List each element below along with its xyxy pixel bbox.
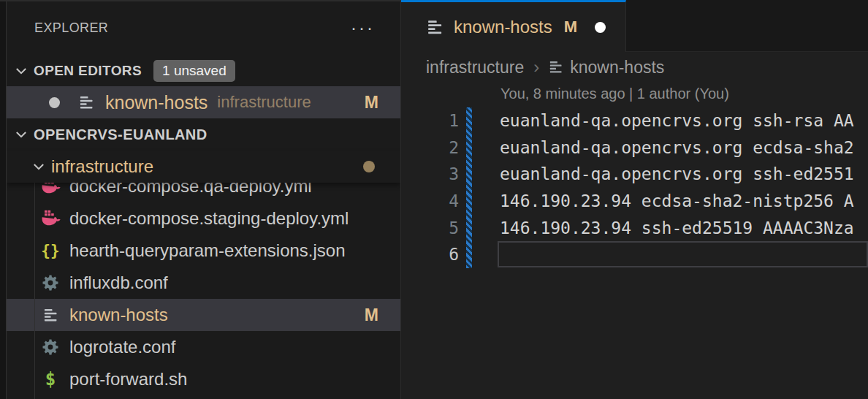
- unsaved-dot-icon[interactable]: [595, 22, 606, 33]
- line-text[interactable]: euanland-qa.opencrvs.org ssh-ed2551: [459, 164, 854, 183]
- file-name: docker-compose.staging-deploy.yml: [69, 208, 349, 229]
- shell-icon: $: [40, 369, 61, 390]
- line-text[interactable]: 146.190.23.94 ssh-ed25519 AAAAC3Nza: [459, 218, 854, 238]
- docker-icon: [40, 208, 61, 229]
- editor-group: known-hosts M infrastructure › known-hos…: [401, 0, 868, 399]
- code-line[interactable]: 1 euanland-qa.opencrvs.org ssh-rsa AA: [401, 107, 868, 134]
- folder-row-infrastructure[interactable]: infrastructure: [7, 151, 400, 183]
- folder-name: infrastructure: [51, 156, 153, 177]
- file-row-influxdb-conf[interactable]: influxdb.conf: [7, 267, 400, 299]
- line-number[interactable]: 1: [401, 111, 459, 130]
- open-editors-section-header[interactable]: OPEN EDITORS 1 unsaved: [7, 56, 400, 86]
- breadcrumb: infrastructure › known-hosts: [401, 52, 664, 83]
- code-line-current[interactable]: 6: [401, 241, 868, 268]
- file-name: influxdb.conf: [69, 273, 168, 293]
- chevron-down-icon: [13, 126, 29, 142]
- file-name: known-hosts: [69, 305, 168, 325]
- open-editor-file-name: known-hosts: [105, 92, 208, 113]
- explorer-title: EXPLORER: [34, 20, 108, 36]
- breadcrumb-folder[interactable]: infrastructure: [426, 58, 524, 77]
- workspace-label: OPENCRVS-EUANLAND: [34, 126, 208, 143]
- chevron-down-icon: [13, 63, 29, 79]
- tab-title: known-hosts: [454, 17, 552, 37]
- code-line[interactable]: 3 euanland-qa.opencrvs.org ssh-ed2551: [401, 161, 868, 188]
- window-left-edge: [0, 0, 7, 399]
- unsaved-count-badge: 1 unsaved: [153, 60, 235, 82]
- git-blame-codelens[interactable]: You, 8 minutes ago | 1 author (You): [500, 86, 729, 102]
- line-number[interactable]: 5: [401, 218, 459, 238]
- breadcrumb-separator-icon: ›: [533, 57, 539, 77]
- text-file-icon: [76, 92, 96, 113]
- code-line[interactable]: 4 146.190.23.94 ecdsa-sha2-nistp256 A: [401, 188, 868, 215]
- file-row-docker-compose-staging-deploy[interactable]: docker-compose.staging-deploy.yml: [7, 202, 400, 235]
- file-row-logrotate-conf[interactable]: logrotate.conf: [7, 331, 400, 363]
- window-top-border: [0, 0, 400, 1]
- line-number[interactable]: 6: [401, 245, 459, 264]
- git-modified-badge: M: [365, 93, 378, 113]
- text-file-icon: [425, 17, 445, 37]
- vscode-window: EXPLORER ··· OPEN EDITORS 1 unsaved know…: [0, 0, 868, 399]
- tab-bar: known-hosts M: [401, 0, 868, 52]
- file-row-hearth-queryparam-extensions[interactable]: {} hearth-queryparam-extensions.json: [7, 235, 400, 267]
- git-modified-badge: M: [365, 305, 378, 325]
- open-editor-item-known-hosts[interactable]: known-hosts infrastructure M: [7, 86, 400, 118]
- open-editor-file-path: infrastructure: [217, 93, 311, 112]
- unsaved-dot-icon[interactable]: [49, 97, 60, 108]
- tab-known-hosts[interactable]: known-hosts M: [401, 0, 626, 52]
- explorer-title-bar: EXPLORER ···: [7, 0, 400, 56]
- file-name: hearth-queryparam-extensions.json: [69, 240, 346, 261]
- file-name: port-forward.sh: [69, 369, 187, 390]
- more-actions-icon[interactable]: ···: [351, 24, 375, 31]
- gear-icon: [40, 337, 61, 357]
- open-editors-label: OPEN EDITORS: [34, 63, 142, 79]
- line-number[interactable]: 2: [401, 138, 459, 157]
- explorer-sidebar: EXPLORER ··· OPEN EDITORS 1 unsaved know…: [7, 0, 400, 399]
- tree-indent-guide: [34, 183, 35, 399]
- chevron-down-icon: [31, 159, 47, 175]
- line-number[interactable]: 3: [401, 164, 459, 183]
- text-file-icon: [549, 60, 563, 75]
- sidebar-editor-divider[interactable]: [400, 0, 401, 399]
- file-row-port-forward-sh[interactable]: $ port-forward.sh: [7, 363, 400, 395]
- line-text[interactable]: 146.190.23.94 ecdsa-sha2-nistp256 A: [459, 191, 854, 210]
- file-row-known-hosts[interactable]: known-hosts M: [7, 299, 400, 331]
- code-line[interactable]: 2 euanland-qa.opencrvs.org ecdsa-sha2: [401, 134, 868, 162]
- text-file-icon: [40, 305, 61, 325]
- workspace-section-header[interactable]: OPENCRVS-EUANLAND: [7, 118, 400, 151]
- breadcrumb-file[interactable]: known-hosts: [570, 58, 664, 77]
- gear-icon: [40, 273, 61, 293]
- code-line[interactable]: 5 146.190.23.94 ssh-ed25519 AAAAC3Nza: [401, 214, 868, 241]
- file-name: logrotate.conf: [69, 337, 175, 357]
- line-text[interactable]: euanland-qa.opencrvs.org ssh-rsa AA: [459, 111, 854, 130]
- line-text[interactable]: euanland-qa.opencrvs.org ecdsa-sha2: [459, 138, 854, 157]
- git-modified-badge: M: [564, 18, 577, 37]
- folder-modified-dot-icon: [363, 161, 375, 172]
- code-area[interactable]: 1 euanland-qa.opencrvs.org ssh-rsa AA 2 …: [401, 107, 868, 268]
- json-icon: {}: [40, 240, 61, 261]
- line-number[interactable]: 4: [401, 191, 459, 210]
